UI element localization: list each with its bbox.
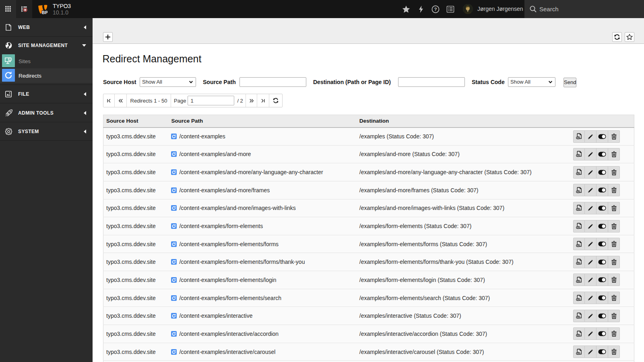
svg-text:BP: BP: [42, 10, 47, 14]
svg-text:?: ?: [434, 7, 437, 12]
